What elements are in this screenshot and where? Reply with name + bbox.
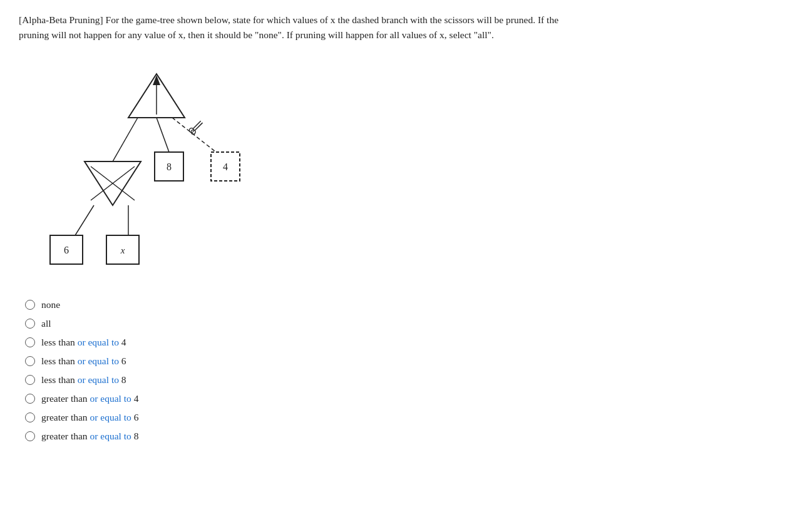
option-gte6-label: greater than or equal to 6 [41,412,138,423]
radio-gte6[interactable] [25,412,35,422]
option-lte8[interactable]: less than or equal to 8 [25,374,793,386]
svg-line-11 [193,121,201,129]
option-none-label: none [41,299,60,310]
option-gte8[interactable]: greater than or equal to 8 [25,431,793,442]
tree-diagram: 8 4 6 x [31,55,294,287]
svg-marker-2 [153,75,160,85]
svg-text:6: 6 [64,245,69,255]
option-none[interactable]: none [25,299,793,310]
option-gte6[interactable]: greater than or equal to 6 [25,412,793,423]
option-lte4[interactable]: less than or equal to 4 [25,337,793,348]
radio-none[interactable] [25,300,35,310]
option-gte4[interactable]: greater than or equal to 4 [25,393,793,404]
answer-options: none all less than or equal to 4 less th… [25,299,793,442]
option-lte4-label: less than or equal to 4 [41,337,126,348]
svg-text:x: x [120,245,125,255]
radio-lte4[interactable] [25,337,35,347]
option-lte6-label: less than or equal to 6 [41,356,126,367]
radio-lte8[interactable] [25,375,35,385]
radio-gte8[interactable] [25,431,35,441]
option-gte8-label: greater than or equal to 8 [41,431,138,442]
radio-all[interactable] [25,319,35,329]
option-gte4-label: greater than or equal to 4 [41,393,138,404]
svg-line-10 [172,118,216,152]
option-lte8-label: less than or equal to 8 [41,374,126,386]
svg-line-21 [75,205,94,235]
svg-line-8 [113,118,138,161]
svg-line-12 [195,123,203,131]
svg-text:4: 4 [223,161,228,172]
radio-lte6[interactable] [25,356,35,366]
option-all[interactable]: all [25,318,793,329]
question-text: [Alpha-Beta Pruning] For the game-tree s… [19,13,582,43]
svg-line-9 [157,118,169,152]
option-lte6[interactable]: less than or equal to 6 [25,356,793,367]
svg-text:8: 8 [167,161,172,172]
radio-gte4[interactable] [25,394,35,404]
option-all-label: all [41,318,51,329]
